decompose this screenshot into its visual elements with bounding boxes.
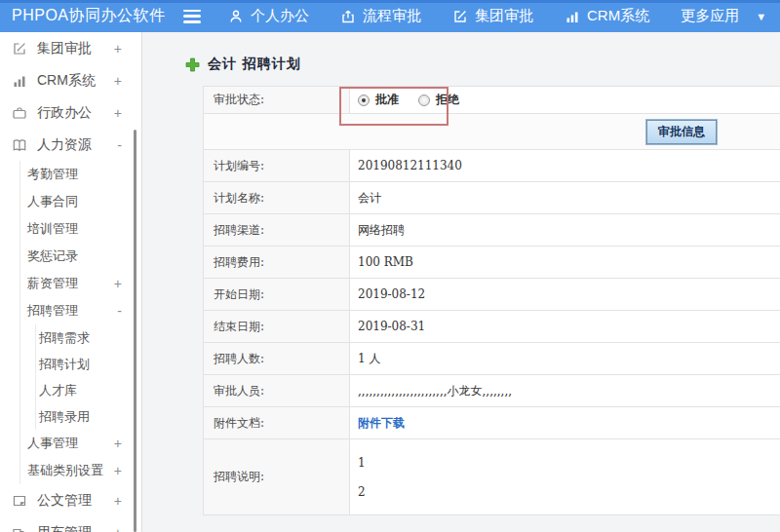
field-value: 网络招聘 bbox=[350, 214, 780, 247]
sidebar-item-label: 考勤管理 bbox=[27, 166, 122, 183]
collapse-toggle[interactable]: - bbox=[117, 303, 122, 319]
hamburger-menu-icon[interactable] bbox=[183, 10, 201, 23]
add-plus-icon bbox=[185, 57, 200, 72]
field-label: 结束日期: bbox=[204, 311, 350, 343]
process-icon bbox=[340, 9, 356, 24]
field-label: 计划编号: bbox=[204, 150, 350, 182]
expand-toggle[interactable]: + bbox=[114, 525, 122, 532]
sidebar-scrollbar[interactable] bbox=[134, 130, 136, 532]
sidebar-item-admin-office[interactable]: 行政办公 + bbox=[0, 96, 141, 129]
table-row: 计划编号: 20190812111340 bbox=[204, 150, 780, 182]
field-label: 审批人员: bbox=[204, 375, 350, 407]
table-row: 招聘费用: 100 RMB bbox=[204, 247, 780, 279]
radio-reject[interactable] bbox=[418, 95, 430, 106]
sidebar: 集团审批 + CRM系统 + 行政办公 + bbox=[0, 32, 142, 532]
radio-approve-label: 批准 bbox=[375, 92, 399, 108]
nav-item-crm-system[interactable]: CRM系统 bbox=[565, 7, 649, 25]
field-value: ,,,,,,,,,,,,,,,,,,,,,,,,小龙女,,,,,,,, bbox=[350, 375, 780, 407]
sidebar-item-recruit-plan[interactable]: 招聘计划 bbox=[36, 351, 141, 377]
sidebar-item-group-approval[interactable]: 集团审批 + bbox=[0, 32, 141, 64]
sidebar-item-doc-mgmt[interactable]: 公文管理 + bbox=[0, 484, 141, 516]
truck-icon bbox=[12, 525, 28, 532]
nav-item-group-approval[interactable]: 集团审批 bbox=[452, 7, 533, 25]
person-icon bbox=[228, 9, 244, 24]
edit-icon bbox=[452, 9, 468, 24]
expand-toggle[interactable]: + bbox=[114, 436, 122, 451]
table-row: 审批信息 bbox=[204, 114, 780, 150]
sidebar-item-training[interactable]: 培训管理 bbox=[20, 215, 141, 243]
sidebar-item-base-category[interactable]: 基础类别设置 + bbox=[20, 457, 141, 484]
sidebar-item-label: CRM系统 bbox=[37, 72, 114, 90]
sidebar-item-human-resources[interactable]: 人力资源 - bbox=[0, 129, 141, 161]
sidebar-item-label: 公文管理 bbox=[37, 492, 114, 510]
expand-toggle[interactable]: + bbox=[114, 493, 122, 509]
sidebar-item-label: 招聘需求 bbox=[39, 329, 122, 347]
chevron-down-icon: ▼ bbox=[756, 11, 766, 22]
sidebar-item-talent-pool[interactable]: 人才库 bbox=[36, 377, 141, 403]
sidebar-item-rewards[interactable]: 奖惩记录 bbox=[20, 243, 141, 270]
collapse-toggle[interactable]: - bbox=[117, 137, 122, 153]
field-label: 附件文档: bbox=[204, 407, 350, 439]
expand-toggle[interactable]: + bbox=[114, 105, 122, 121]
sidebar-item-recruit-hire[interactable]: 招聘录用 bbox=[36, 403, 141, 430]
nav-label: 集团审批 bbox=[475, 7, 533, 25]
radio-approve[interactable] bbox=[358, 95, 370, 106]
field-label: 招聘渠道: bbox=[204, 214, 350, 247]
attachment-download-link[interactable]: 附件下载 bbox=[358, 416, 405, 430]
sidebar-item-recruit-demand[interactable]: 招聘需求 bbox=[36, 324, 141, 351]
sidebar-item-attendance[interactable]: 考勤管理 bbox=[20, 161, 141, 188]
sidebar-item-label: 集团审批 bbox=[37, 40, 114, 57]
field-value: 1 人 bbox=[350, 343, 780, 375]
nav-label: 更多应用 bbox=[681, 7, 739, 25]
approval-info-button[interactable]: 审批信息 bbox=[646, 120, 717, 144]
edit-icon bbox=[12, 41, 28, 57]
expand-toggle[interactable]: + bbox=[114, 41, 122, 57]
top-header-bar: PHPOA协同办公软件 个人办公 流程审批 bbox=[0, 0, 780, 32]
nav-item-personal-office[interactable]: 个人办公 bbox=[228, 7, 309, 25]
briefcase-icon bbox=[12, 105, 28, 121]
field-label: 招聘说明: bbox=[204, 439, 350, 515]
table-row: 审批人员: ,,,,,,,,,,,,,,,,,,,,,,,,小龙女,,,,,,,… bbox=[204, 375, 780, 407]
field-value: 1 2 bbox=[350, 439, 780, 515]
nav-label: 流程审批 bbox=[363, 7, 421, 25]
table-row: 招聘说明: 1 2 bbox=[204, 439, 780, 515]
sidebar-item-label: 招聘计划 bbox=[39, 356, 122, 373]
nav-label: CRM系统 bbox=[587, 7, 649, 25]
chart-icon bbox=[12, 73, 28, 89]
main-content: 会计 招聘计划 审批状态: 批准 拒绝 审批信息 bbox=[142, 32, 780, 532]
expand-toggle[interactable]: + bbox=[114, 463, 122, 478]
sidebar-item-crm-system[interactable]: CRM系统 + bbox=[0, 64, 141, 96]
chart-icon bbox=[565, 9, 580, 24]
sidebar-item-recruit-mgmt[interactable]: 招聘管理 - bbox=[20, 297, 141, 324]
sidebar-item-label: 培训管理 bbox=[27, 220, 122, 238]
hr-submenu: 考勤管理 人事合同 培训管理 奖惩记录 薪资管理 + 招聘管理 - bbox=[20, 161, 141, 484]
description-line: 2 bbox=[358, 485, 780, 499]
sidebar-item-label: 人才库 bbox=[39, 382, 122, 399]
radio-reject-label: 拒绝 bbox=[436, 92, 459, 108]
sidebar-item-label: 基础类别设置 bbox=[27, 462, 114, 479]
sidebar-item-label: 奖惩记录 bbox=[27, 247, 122, 265]
approval-radio-group: 批准 拒绝 bbox=[358, 92, 780, 108]
sidebar-item-hr-contract[interactable]: 人事合同 bbox=[20, 188, 141, 215]
sidebar-item-label: 薪资管理 bbox=[27, 275, 114, 292]
expand-toggle[interactable]: + bbox=[114, 276, 122, 291]
table-row: 计划名称: 会计 bbox=[204, 182, 780, 214]
table-row: 开始日期: 2019-08-12 bbox=[204, 279, 780, 311]
page-title-row: 会计 招聘计划 bbox=[185, 56, 780, 73]
expand-toggle[interactable]: + bbox=[114, 73, 122, 89]
description-line: 1 bbox=[358, 456, 780, 470]
table-row: 招聘人数: 1 人 bbox=[204, 343, 780, 375]
nav-item-more-apps[interactable]: 更多应用 ▼ bbox=[681, 7, 766, 25]
nav-label: 个人办公 bbox=[251, 7, 309, 25]
field-label: 计划名称: bbox=[204, 182, 350, 214]
sidebar-item-personnel-mgmt[interactable]: 人事管理 + bbox=[20, 430, 141, 457]
sidebar-item-salary[interactable]: 薪资管理 + bbox=[20, 270, 141, 297]
document-icon bbox=[12, 493, 28, 509]
book-icon bbox=[12, 137, 28, 153]
sidebar-item-vehicle-mgmt[interactable]: 用车管理 + bbox=[0, 516, 141, 532]
top-navigation: 个人办公 流程审批 集团审批 bbox=[228, 7, 766, 25]
table-row: 审批状态: 批准 拒绝 bbox=[204, 87, 780, 114]
table-row: 招聘渠道: 网络招聘 bbox=[204, 214, 780, 247]
approval-status-cell: 批准 拒绝 bbox=[350, 87, 780, 114]
nav-item-process-approval[interactable]: 流程审批 bbox=[340, 7, 421, 25]
